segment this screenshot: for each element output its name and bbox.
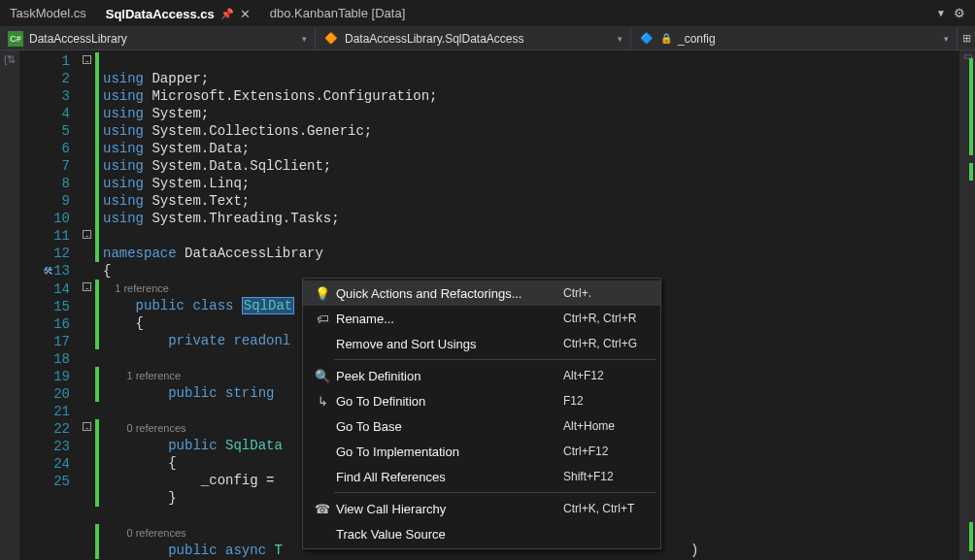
lightbulb-icon: 💡: [309, 286, 336, 301]
menu-remove-sort-usings[interactable]: Remove and Sort Usings Ctrl+R, Ctrl+G: [303, 331, 660, 356]
line-number: 4: [19, 105, 70, 122]
tab-label: dbo.KanbanTable [Data]: [270, 6, 406, 20]
menu-label: Find All References: [336, 470, 563, 484]
outline-collapse-icon[interactable]: {⇅: [4, 53, 17, 66]
line-number: 18: [19, 350, 70, 368]
menu-shortcut: Alt+Home: [563, 419, 651, 433]
menu-shortcut: Ctrl+R, Ctrl+R: [563, 312, 651, 325]
menu-separator: [334, 492, 656, 493]
nav-class-label: DataAccessLibrary.SqlDataAccess: [345, 32, 524, 46]
menu-label: Go To Implementation: [336, 445, 563, 459]
menu-label: View Call Hierarchy: [336, 502, 563, 516]
line-number: 15: [19, 298, 70, 315]
nav-project-dropdown[interactable]: C# DataAccessLibrary ▾: [0, 27, 316, 49]
line-number: 17: [19, 333, 70, 350]
menu-quick-actions[interactable]: 💡 Quick Actions and Refactorings... Ctrl…: [303, 280, 660, 306]
outline-margin: {⇅: [0, 50, 19, 560]
menu-peek-definition[interactable]: 🔍 Peek Definition Alt+F12: [303, 363, 660, 388]
menu-label: Peek Definition: [336, 369, 563, 383]
menu-label: Rename...: [336, 312, 563, 326]
line-number: 7: [19, 157, 70, 175]
menu-shortcut: Alt+F12: [563, 369, 651, 382]
menu-label: Go To Base: [336, 419, 563, 434]
split-editor-icon[interactable]: ⊞: [958, 32, 975, 45]
tab-kanbantable[interactable]: dbo.KanbanTable [Data]: [260, 0, 416, 26]
tab-sqldataaccess[interactable]: SqlDataAccess.cs 📌 ✕: [96, 0, 260, 26]
codelens-references[interactable]: 1 reference: [126, 370, 181, 381]
csharp-project-icon: C#: [8, 31, 23, 47]
field-icon: 🔷: [639, 31, 655, 47]
nav-member-label: _config: [678, 32, 716, 46]
menu-shortcut: Ctrl+R, Ctrl+G: [563, 337, 651, 350]
tab-label: TaskModel.cs: [10, 6, 86, 20]
overview-ruler[interactable]: ▭: [959, 50, 975, 560]
menu-label: Remove and Sort Usings: [336, 337, 563, 351]
line-number: 14: [19, 280, 70, 298]
line-number: 8: [19, 175, 70, 192]
menu-shortcut: F12: [563, 394, 651, 408]
selected-identifier: SqlDat: [242, 297, 294, 314]
line-number: 2: [19, 70, 70, 87]
line-number: 10: [19, 210, 70, 227]
menu-label: Track Value Source: [336, 527, 563, 542]
menu-shortcut: Ctrl+F12: [563, 445, 651, 458]
menu-find-references[interactable]: Find All References Shift+F12: [303, 464, 660, 489]
line-number: 9: [19, 192, 70, 210]
fold-collapse-icon[interactable]: [78, 52, 95, 70]
line-number: 12: [19, 245, 70, 262]
menu-label: Go To Definition: [336, 394, 563, 409]
call-hierarchy-icon: ☎: [309, 502, 336, 516]
peek-icon: 🔍: [309, 369, 336, 383]
pin-icon[interactable]: 📌: [220, 8, 234, 20]
line-number: 21: [19, 403, 70, 420]
nav-member-dropdown[interactable]: 🔷 🔒 _config ▾: [631, 27, 958, 49]
line-number-gutter: 1 2 3 4 5 6 7 8 9 10 11 12 🛠13 14 15 16 …: [19, 50, 78, 560]
goto-def-icon: ↳: [309, 394, 336, 409]
navigation-bar: C# DataAccessLibrary ▾ 🔶 DataAccessLibra…: [0, 27, 975, 50]
menu-shortcut: Shift+F12: [563, 470, 651, 483]
line-number: 11: [19, 227, 70, 245]
menu-separator: [334, 359, 656, 360]
nav-class-dropdown[interactable]: 🔶 DataAccessLibrary.SqlDataAccess ▾: [316, 27, 631, 49]
settings-gear-icon[interactable]: ⚙: [954, 6, 965, 20]
line-number: 20: [19, 385, 70, 403]
line-number: 6: [19, 140, 70, 157]
menu-view-call-hierarchy[interactable]: ☎ View Call Hierarchy Ctrl+K, Ctrl+T: [303, 496, 660, 521]
screwdriver-icon[interactable]: 🛠: [43, 266, 53, 278]
tab-taskmodel[interactable]: TaskModel.cs: [0, 0, 96, 26]
line-number: 🛠13: [19, 262, 70, 280]
chevron-down-icon: ▾: [618, 34, 622, 44]
fold-collapse-icon[interactable]: [78, 227, 95, 245]
menu-goto-definition[interactable]: ↳ Go To Definition F12: [303, 388, 660, 413]
menu-shortcut: Ctrl+K, Ctrl+T: [563, 502, 651, 515]
chevron-down-icon: ▾: [302, 34, 307, 44]
line-number: 23: [19, 438, 70, 455]
tab-menu-chevron-icon[interactable]: ▼: [936, 8, 946, 18]
close-tab-icon[interactable]: ✕: [240, 7, 251, 21]
line-number: 3: [19, 87, 70, 105]
lock-icon: 🔒: [660, 33, 672, 44]
class-icon: 🔶: [323, 31, 339, 47]
line-number: 25: [19, 473, 70, 490]
context-menu: 💡 Quick Actions and Refactorings... Ctrl…: [302, 278, 661, 549]
fold-gutter: [78, 50, 95, 560]
fold-collapse-icon[interactable]: [78, 419, 95, 437]
line-number: 19: [19, 368, 70, 385]
nav-project-label: DataAccessLibrary: [29, 32, 127, 46]
fold-collapse-icon[interactable]: [78, 280, 95, 297]
menu-shortcut: Ctrl+.: [563, 286, 651, 300]
line-number: 24: [19, 455, 70, 473]
menu-goto-implementation[interactable]: Go To Implementation Ctrl+F12: [303, 439, 660, 464]
codelens-references[interactable]: 0 references: [126, 422, 185, 434]
codelens-references[interactable]: 0 references: [126, 527, 185, 539]
line-number: 5: [19, 122, 70, 140]
menu-rename[interactable]: 🏷 Rename... Ctrl+R, Ctrl+R: [303, 306, 660, 331]
tab-label: SqlDataAccess.cs: [106, 7, 215, 21]
codelens-references[interactable]: 1 reference: [115, 282, 169, 294]
line-number: 22: [19, 420, 70, 438]
file-tabs: TaskModel.cs SqlDataAccess.cs 📌 ✕ dbo.Ka…: [0, 0, 975, 27]
chevron-down-icon: ▾: [944, 34, 949, 44]
menu-goto-base[interactable]: Go To Base Alt+Home: [303, 413, 660, 439]
menu-track-value-source[interactable]: Track Value Source: [303, 521, 660, 546]
line-number: 16: [19, 315, 70, 333]
